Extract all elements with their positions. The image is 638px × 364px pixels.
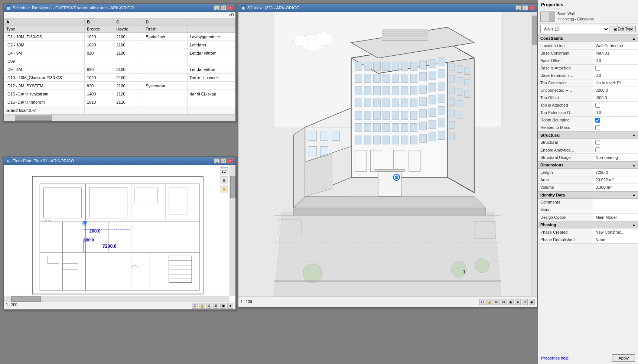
schedule-window-controls[interactable]: _ □ × bbox=[214, 5, 233, 10]
svg-text:1: 1 bbox=[463, 269, 466, 274]
svg-point-157 bbox=[315, 32, 334, 46]
edit-type-button[interactable]: ▣ Edit Type bbox=[611, 26, 636, 32]
view3d-vscroll[interactable] bbox=[531, 12, 537, 296]
floorplan-close-btn[interactable]: × bbox=[227, 158, 233, 163]
schedule-close-btn[interactable]: × bbox=[227, 5, 233, 10]
svg-rect-58 bbox=[420, 61, 427, 69]
floorplan-tools[interactable]: 2D ⊕ ✋ bbox=[220, 167, 228, 193]
3d-status-icon-2[interactable]: 🔒 bbox=[486, 299, 492, 305]
svg-rect-133 bbox=[465, 68, 470, 75]
floorplan-content[interactable]: 2D ⊕ ✋ bbox=[4, 165, 235, 302]
svg-rect-53 bbox=[374, 62, 381, 71]
dimensions-section-header[interactable]: Dimensions ▲ bbox=[538, 161, 638, 169]
prop-value-related-to-mass[interactable] bbox=[593, 124, 638, 131]
3d-status-icon-1[interactable]: ⊡ bbox=[479, 299, 485, 305]
svg-rect-59 bbox=[429, 59, 436, 68]
properties-apply-button[interactable]: Apply bbox=[612, 354, 635, 362]
identity-section-header[interactable]: Identity Data ▲ bbox=[538, 191, 638, 199]
fp-tool-zoom[interactable]: ⊕ bbox=[220, 176, 228, 184]
schedule-hscroll[interactable] bbox=[4, 114, 235, 121]
prop-dropdown-row[interactable]: Walls (1) ▣ Edit Type bbox=[538, 24, 638, 35]
prop-value-top-attached[interactable] bbox=[593, 101, 638, 109]
view3d-window-controls[interactable]: _ □ × bbox=[515, 5, 535, 10]
svg-rect-117 bbox=[410, 136, 417, 144]
prop-label-base-constraint: Base Constraint bbox=[538, 49, 593, 57]
schedule-minimize-btn[interactable]: _ bbox=[214, 5, 220, 10]
prop-label-unconnected-height: Unconnected H... bbox=[538, 87, 593, 94]
dimensions-label: Dimensions bbox=[540, 163, 563, 167]
fp-status-icon-1[interactable]: ⊡ bbox=[192, 303, 198, 309]
floorplan-maximize-btn[interactable]: □ bbox=[221, 158, 227, 163]
prop-type-name-sub: Innervegg - Glassikive bbox=[557, 17, 594, 22]
3d-status-icon-6[interactable]: ◈ bbox=[515, 299, 521, 305]
svg-rect-139 bbox=[465, 91, 470, 98]
svg-rect-148 bbox=[378, 172, 401, 196]
prop-row-base-attached: Base is Attached bbox=[538, 64, 638, 72]
svg-rect-90 bbox=[438, 94, 445, 103]
floorplan-vscroll[interactable] bbox=[230, 165, 235, 296]
3d-status-icon-4[interactable]: ⊠ bbox=[501, 299, 507, 305]
schedule-cell-finish bbox=[143, 90, 188, 98]
prop-row-design-option: Design Option Main Model bbox=[538, 214, 638, 221]
3d-status-icon-3[interactable]: ⊕ bbox=[494, 299, 499, 305]
prop-value-structural[interactable] bbox=[593, 139, 638, 146]
constraints-section-header[interactable]: Constraints ▲ bbox=[538, 35, 638, 42]
properties-footer: Properties help Apply bbox=[538, 352, 638, 364]
prop-value-enable-analytics[interactable] bbox=[593, 146, 638, 154]
view3d-close-btn[interactable]: × bbox=[529, 5, 535, 10]
floorplan-hscroll[interactable] bbox=[4, 296, 230, 302]
svg-rect-52 bbox=[364, 62, 371, 71]
schedule-table-row: ID4 - 9M9202100Lettdør våtrom bbox=[4, 49, 235, 57]
svg-rect-114 bbox=[383, 136, 390, 144]
prop-row-top-attached: Top is Attached bbox=[538, 101, 638, 109]
svg-marker-40 bbox=[293, 127, 305, 208]
svg-rect-108 bbox=[420, 122, 427, 130]
floorplan-status-icons[interactable]: ⊡ 🔒 ⊕ ⊠ ▣ ◈ bbox=[192, 303, 233, 309]
prop-type-thumbnail bbox=[540, 12, 555, 22]
properties-help-link[interactable]: Properties help bbox=[541, 356, 569, 360]
phasing-label: Phasing bbox=[540, 222, 556, 227]
fp-status-icon-2[interactable]: 🔒 bbox=[199, 303, 205, 309]
top-attached-checkbox[interactable] bbox=[595, 103, 600, 108]
edit-type-icon: ▣ bbox=[613, 27, 617, 31]
schedule-maximize-btn[interactable]: □ bbox=[221, 5, 227, 10]
3d-status-icon-8[interactable]: ◉ bbox=[529, 299, 535, 305]
3d-status-icon-5[interactable]: ▣ bbox=[508, 299, 514, 305]
base-attached-checkbox[interactable] bbox=[595, 66, 600, 71]
identity-table: Comments Mark Design Option Main Model bbox=[538, 199, 638, 221]
fp-tool-2d[interactable]: 2D bbox=[220, 167, 228, 175]
phasing-section-header[interactable]: Phasing ▲ bbox=[538, 221, 638, 228]
floorplan-drawing: 200.0 100.9 7200.6 bbox=[4, 165, 235, 302]
prop-label-mark: Mark bbox=[538, 206, 593, 214]
svg-marker-35 bbox=[274, 212, 501, 296]
schedule-table-row: Grand total: 276 bbox=[4, 106, 235, 114]
svg-rect-66 bbox=[401, 74, 408, 83]
fp-status-icon-6[interactable]: ◈ bbox=[227, 303, 233, 309]
fp-status-icon-5[interactable]: ▣ bbox=[220, 303, 226, 309]
view3d-status-icons[interactable]: ⊡ 🔒 ⊕ ⊠ ▣ ◈ ⊙ ◉ bbox=[479, 299, 535, 305]
related-mass-checkbox[interactable] bbox=[595, 125, 600, 130]
view3d-minimize-btn[interactable]: _ bbox=[515, 5, 521, 10]
fp-status-icon-3[interactable]: ⊕ bbox=[206, 303, 212, 309]
prop-type-dropdown[interactable]: Walls (1) bbox=[540, 25, 609, 33]
3d-status-icon-7[interactable]: ⊙ bbox=[522, 299, 528, 305]
prop-value-base-attached[interactable] bbox=[593, 64, 638, 72]
prop-row-top-extension: Top Extension D... 0.0 bbox=[538, 109, 638, 116]
fp-status-icon-4[interactable]: ⊠ bbox=[213, 303, 219, 309]
prop-row-location-line: Location Line Wall Centerline bbox=[538, 42, 638, 49]
structural-section-header[interactable]: Structural ▲ bbox=[538, 131, 638, 139]
floorplan-minimize-btn[interactable]: _ bbox=[214, 158, 220, 163]
room-bounding-checkbox[interactable] bbox=[595, 118, 600, 123]
structural-checkbox[interactable] bbox=[595, 140, 600, 145]
view3d-maximize-btn[interactable]: □ bbox=[522, 5, 528, 10]
prop-value-room-bounding[interactable] bbox=[593, 116, 638, 124]
svg-point-152 bbox=[303, 264, 322, 283]
enable-analytics-checkbox[interactable] bbox=[595, 147, 600, 152]
svg-rect-69 bbox=[429, 71, 436, 79]
fp-tool-pan[interactable]: ✋ bbox=[220, 185, 228, 193]
view3d-content[interactable]: 1 bbox=[238, 12, 537, 296]
svg-rect-113 bbox=[374, 136, 381, 144]
schedule-cell-extra bbox=[188, 57, 235, 65]
floorplan-window-controls[interactable]: _ □ × bbox=[214, 158, 233, 163]
prop-label-phase-created: Phase Created bbox=[538, 228, 593, 236]
